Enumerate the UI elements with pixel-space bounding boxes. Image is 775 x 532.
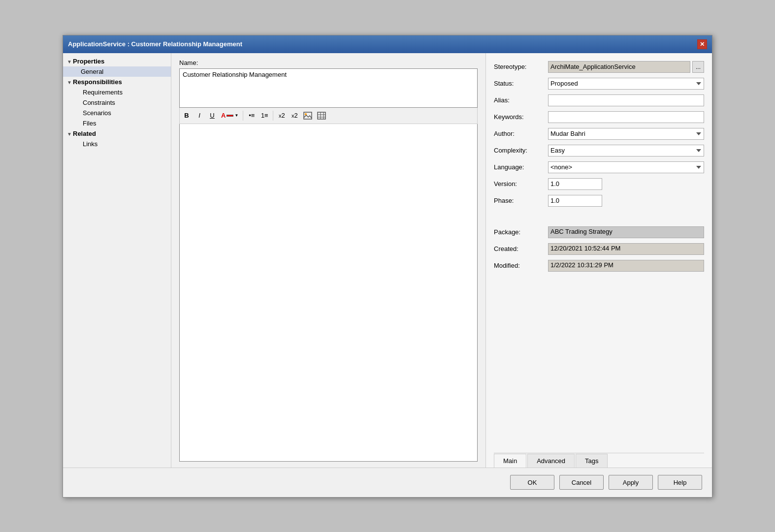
alias-input[interactable] [548, 94, 704, 106]
stereotype-row: ... [548, 61, 704, 73]
dialog-title: ApplicationService : Customer Relationsh… [68, 40, 242, 48]
status-label: Status: [494, 80, 548, 87]
sidebar-item-files[interactable]: Files [63, 118, 171, 128]
ok-button[interactable]: OK [510, 475, 554, 490]
sidebar-item-general[interactable]: General [63, 66, 171, 77]
sidebar-item-related[interactable]: ▼ Related [63, 128, 171, 139]
bold-button[interactable]: B [181, 110, 193, 122]
status-row: Proposed Approved Draft Obsolete [548, 78, 704, 90]
title-bar: ApplicationService : Customer Relationsh… [63, 35, 712, 53]
tab-advanced[interactable]: Advanced [527, 454, 575, 468]
author-label: Author: [494, 130, 548, 137]
sidebar-item-requirements[interactable]: Requirements [63, 87, 171, 97]
superscript-button[interactable]: x2 [276, 110, 288, 122]
help-button[interactable]: Help [658, 475, 702, 490]
svg-rect-0 [304, 112, 312, 119]
formatting-toolbar: B I U A ▼ •≡ 1≡ x2 x2 [179, 108, 478, 124]
alias-label: Alias: [494, 96, 548, 104]
arrow-properties: ▼ [67, 59, 73, 64]
spacer-2 [548, 212, 704, 221]
spacer-1 [494, 212, 548, 221]
modified-value: 1/2/2022 10:31:29 PM [548, 260, 704, 272]
complexity-row: Easy Medium Hard [548, 145, 704, 156]
toolbar-separator-2 [273, 111, 273, 121]
language-select[interactable]: <none> English French [548, 161, 704, 173]
tabs-row: Main Advanced Tags [494, 453, 704, 468]
properties-grid: Stereotype: ... Status: Proposed Approve… [494, 61, 704, 272]
tab-main[interactable]: Main [494, 454, 526, 468]
table-button[interactable] [315, 110, 328, 122]
language-label: Language: [494, 163, 548, 171]
created-value: 12/20/2021 10:52:44 PM [548, 243, 704, 255]
numbered-list-button[interactable]: 1≡ [258, 110, 270, 122]
arrow-related: ▼ [67, 131, 73, 137]
author-select[interactable]: Mudar Bahri [548, 128, 704, 140]
tab-tags[interactable]: Tags [576, 454, 608, 468]
arrow-responsibilities: ▼ [67, 80, 73, 85]
keywords-label: Keywords: [494, 113, 548, 121]
phase-input[interactable] [548, 195, 602, 207]
created-label: Created: [494, 245, 548, 252]
keywords-row [548, 111, 704, 123]
complexity-label: Complexity: [494, 147, 548, 154]
image-icon [303, 112, 312, 120]
phase-row [548, 195, 704, 207]
main-content-area: Name: Customer Relationship Management B… [171, 53, 485, 468]
keywords-input[interactable] [548, 111, 704, 123]
dialog-body: ▼ Properties General ▼ Responsibilities … [63, 53, 712, 468]
right-panel-content: Stereotype: ... Status: Proposed Approve… [494, 61, 704, 468]
main-dialog: ApplicationService : Customer Relationsh… [63, 35, 712, 498]
version-label: Version: [494, 180, 548, 188]
name-input[interactable]: Customer Relationship Management [179, 68, 478, 108]
stereotype-input[interactable] [548, 61, 690, 73]
svg-rect-2 [318, 112, 325, 119]
bottom-bar: OK Cancel Apply Help [63, 468, 712, 497]
modified-label: Modified: [494, 262, 548, 269]
alias-row [548, 94, 704, 106]
apply-button[interactable]: Apply [609, 475, 653, 490]
right-properties-panel: Stereotype: ... Status: Proposed Approve… [485, 53, 712, 468]
image-button[interactable] [301, 110, 314, 122]
package-label: Package: [494, 228, 548, 236]
underline-button[interactable]: U [206, 110, 218, 122]
bullet-list-button[interactable]: •≡ [246, 110, 258, 122]
color-swatch [226, 115, 233, 117]
cancel-button[interactable]: Cancel [559, 475, 604, 490]
stereotype-label: Stereotype: [494, 63, 548, 70]
modified-row: 1/2/2022 10:31:29 PM [548, 260, 704, 272]
text-color-icon: A [221, 112, 226, 119]
status-select[interactable]: Proposed Approved Draft Obsolete [548, 78, 704, 90]
sidebar-item-constraints[interactable]: Constraints [63, 97, 171, 108]
italic-button[interactable]: I [194, 110, 205, 122]
version-input[interactable] [548, 178, 602, 190]
toolbar-separator-1 [243, 111, 243, 121]
name-label: Name: [179, 59, 478, 66]
sidebar-tree: ▼ Properties General ▼ Responsibilities … [63, 53, 171, 468]
rich-text-editor[interactable] [179, 124, 478, 462]
stereotype-ellipsis-button[interactable]: ... [692, 61, 704, 73]
package-value: ABC Trading Strategy [548, 226, 704, 238]
language-row: <none> English French [548, 161, 704, 173]
subscript-button[interactable]: x2 [289, 110, 300, 122]
created-row: 12/20/2021 10:52:44 PM [548, 243, 704, 255]
text-color-button[interactable]: A ▼ [219, 110, 240, 122]
package-row: ABC Trading Strategy [548, 226, 704, 238]
table-icon [317, 112, 326, 120]
version-row [548, 178, 704, 190]
close-button[interactable]: ✕ [697, 39, 707, 49]
sidebar-item-links[interactable]: Links [63, 139, 171, 149]
sidebar-item-scenarios[interactable]: Scenarios [63, 108, 171, 118]
sidebar-item-properties[interactable]: ▼ Properties [63, 56, 171, 66]
complexity-select[interactable]: Easy Medium Hard [548, 145, 704, 156]
author-row: Mudar Bahri [548, 128, 704, 140]
sidebar-item-responsibilities[interactable]: ▼ Responsibilities [63, 77, 171, 87]
phase-label: Phase: [494, 197, 548, 204]
property-fields: Stereotype: ... Status: Proposed Approve… [494, 61, 704, 453]
color-dropdown-arrow: ▼ [234, 113, 238, 118]
